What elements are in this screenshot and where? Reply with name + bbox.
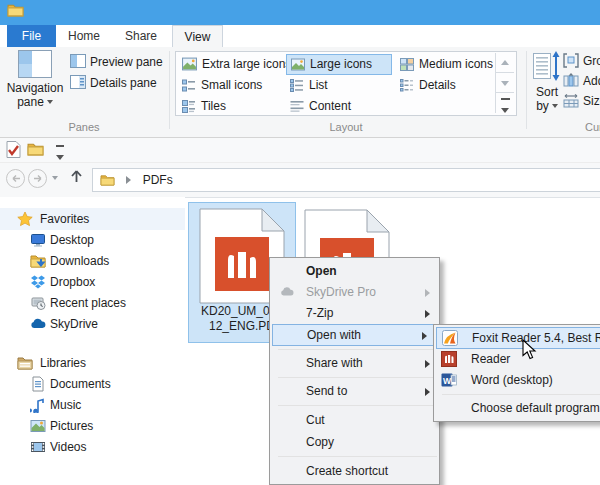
large-icons-icon bbox=[291, 58, 305, 71]
sidebar-item-skydrive[interactable]: SkyDrive bbox=[0, 314, 185, 335]
back-arrow-icon bbox=[11, 174, 21, 183]
sidebar-item-desktop[interactable]: Desktop bbox=[0, 230, 185, 251]
list-icon bbox=[290, 79, 304, 92]
gallery-scroll-up-button[interactable] bbox=[495, 53, 514, 73]
window-folder-icon bbox=[7, 3, 24, 20]
sidebar-item-downloads[interactable]: Downloads bbox=[0, 251, 185, 272]
submenu-item-reader[interactable]: Reader bbox=[434, 349, 600, 370]
menu-separator bbox=[278, 349, 437, 350]
menu-item-skydrive-pro[interactable]: SkyDrive Pro bbox=[270, 282, 439, 303]
navigation-pane-label-1: Navigation bbox=[5, 81, 65, 95]
context-menu: Open SkyDrive Pro 7-Zip Open with Share … bbox=[269, 257, 440, 485]
chevron-down-icon bbox=[552, 104, 558, 108]
layout-group-label: Layout bbox=[175, 121, 517, 133]
menu-item-send-to[interactable]: Send to bbox=[270, 381, 439, 402]
sidebar-item-pictures[interactable]: Pictures bbox=[0, 416, 185, 437]
address-bar-row: PDFs bbox=[0, 163, 600, 198]
sidebar-item-dropbox[interactable]: Dropbox bbox=[0, 272, 185, 293]
submenu-item-word[interactable]: W Word (desktop) bbox=[434, 370, 600, 391]
submenu-arrow-icon bbox=[425, 310, 430, 318]
open-with-submenu: Foxit Reader 5.4, Best Reader Reader W W… bbox=[433, 324, 600, 422]
layout-medium-icons[interactable]: Medium icons bbox=[396, 54, 493, 74]
sort-by-button[interactable]: Sort by bbox=[531, 50, 563, 120]
mouse-cursor bbox=[522, 339, 537, 363]
gallery-scroll-down-button[interactable] bbox=[495, 73, 514, 93]
sidebar-item-favorites[interactable]: Favorites bbox=[0, 209, 185, 230]
layout-tiles[interactable]: Tiles bbox=[178, 96, 226, 116]
ribbon-tab-bar: File Home Share View bbox=[0, 25, 600, 47]
menu-separator bbox=[442, 394, 600, 395]
layout-content[interactable]: Content bbox=[286, 96, 351, 116]
layout-list[interactable]: List bbox=[286, 75, 328, 95]
navigation-pane-icon bbox=[18, 67, 52, 81]
address-box[interactable]: PDFs bbox=[92, 168, 600, 192]
ribbon-view: Navigation pane Preview pane Details pan… bbox=[0, 47, 600, 138]
menu-separator bbox=[278, 377, 437, 378]
menu-separator bbox=[278, 405, 437, 406]
gallery-more-button[interactable] bbox=[495, 93, 514, 113]
menu-item-open-with[interactable]: Open with bbox=[272, 324, 437, 346]
scroll-down-icon bbox=[501, 81, 509, 86]
details-pane-icon bbox=[70, 75, 86, 89]
up-button[interactable] bbox=[66, 169, 86, 189]
submenu-arrow-icon bbox=[422, 332, 427, 340]
submenu-item-choose-default[interactable]: Choose default program... bbox=[434, 398, 600, 419]
preview-pane-icon bbox=[70, 54, 86, 68]
word-app-icon: W bbox=[441, 372, 457, 395]
new-folder-button[interactable] bbox=[27, 142, 44, 159]
group-separator bbox=[169, 51, 170, 129]
layout-extra-large-icons[interactable]: Extra large icons bbox=[178, 54, 291, 74]
menu-item-copy[interactable]: Copy bbox=[270, 431, 439, 453]
skydrive-cloud-icon bbox=[30, 316, 46, 339]
breadcrumb-chevron-icon[interactable] bbox=[126, 176, 131, 184]
panes-group-label: Panes bbox=[0, 121, 168, 133]
layout-small-icons[interactable]: Small icons bbox=[178, 75, 262, 95]
title-bar bbox=[0, 0, 600, 25]
menu-item-cut[interactable]: Cut bbox=[270, 409, 439, 431]
preview-pane-label: Preview pane bbox=[90, 55, 163, 69]
add-columns-button[interactable]: Add columns bbox=[563, 72, 600, 90]
menu-item-open[interactable]: Open bbox=[270, 260, 439, 282]
quick-access-toolbar bbox=[0, 138, 600, 163]
properties-button[interactable] bbox=[6, 141, 21, 161]
sort-by-label-2: by bbox=[536, 99, 549, 113]
submenu-item-foxit-reader[interactable]: Foxit Reader 5.4, Best Reader bbox=[436, 327, 600, 349]
sidebar-item-documents[interactable]: Documents bbox=[0, 374, 185, 395]
history-dropdown-icon[interactable] bbox=[52, 176, 58, 180]
forward-button[interactable] bbox=[28, 169, 47, 188]
chevron-down-icon bbox=[47, 100, 53, 104]
breadcrumb-location[interactable]: PDFs bbox=[143, 173, 173, 187]
tab-share[interactable]: Share bbox=[112, 25, 170, 47]
tab-home[interactable]: Home bbox=[58, 25, 110, 47]
size-all-columns-button[interactable]: Size all columns to fit bbox=[563, 92, 600, 110]
submenu-arrow-icon bbox=[425, 388, 430, 396]
layout-large-icons-selected[interactable]: Large icons bbox=[286, 54, 392, 75]
customize-qat-caret-icon bbox=[56, 155, 64, 160]
details-pane-button[interactable]: Details pane bbox=[70, 74, 157, 92]
customize-qat-button[interactable] bbox=[56, 145, 64, 163]
gallery-more-arrow-icon bbox=[501, 108, 509, 113]
group-by-button[interactable]: Group by bbox=[563, 52, 600, 70]
tab-view[interactable]: View bbox=[172, 25, 223, 47]
navigation-pane-button[interactable]: Navigation pane bbox=[5, 50, 65, 120]
properties-icon bbox=[6, 141, 21, 158]
tab-file[interactable]: File bbox=[7, 25, 56, 47]
menu-item-create-shortcut[interactable]: Create shortcut bbox=[270, 460, 439, 482]
location-folder-icon bbox=[100, 173, 118, 187]
content-icon bbox=[290, 100, 304, 113]
back-button[interactable] bbox=[6, 169, 25, 188]
extra-large-icons-icon bbox=[182, 57, 197, 71]
menu-item-7zip[interactable]: 7-Zip bbox=[270, 303, 439, 324]
details-pane-label: Details pane bbox=[90, 76, 157, 90]
sidebar-item-videos[interactable]: Videos bbox=[0, 437, 185, 458]
current-view-group-label: Current view bbox=[585, 121, 600, 133]
preview-pane-button[interactable]: Preview pane bbox=[70, 53, 163, 71]
sidebar-item-music[interactable]: Music bbox=[0, 395, 185, 416]
sidebar-item-recent-places[interactable]: Recent places bbox=[0, 293, 185, 314]
layout-gallery: Extra large icons Large icons Medium ico… bbox=[175, 51, 517, 116]
menu-item-share-with[interactable]: Share with bbox=[270, 353, 439, 374]
medium-icons-icon bbox=[400, 58, 414, 71]
sidebar-item-libraries[interactable]: Libraries bbox=[0, 353, 185, 374]
navigation-pane-label-2: pane bbox=[17, 95, 44, 109]
layout-details[interactable]: Details bbox=[396, 75, 456, 95]
